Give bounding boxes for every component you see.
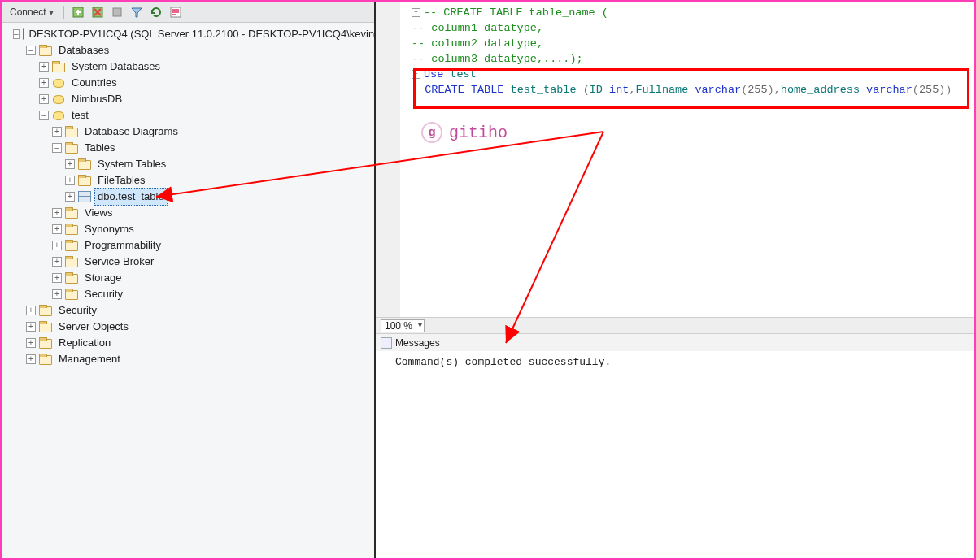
tree-management-node[interactable]: +Management <box>3 351 373 367</box>
expand-toggle[interactable]: + <box>26 306 36 315</box>
messages-tab[interactable]: Messages <box>376 333 974 351</box>
tree-security-node[interactable]: +Security <box>3 302 373 319</box>
expand-toggle[interactable]: + <box>52 127 62 137</box>
gitiho-logo: g gitiho <box>421 122 508 143</box>
svg-rect-2 <box>113 8 121 16</box>
expand-toggle[interactable]: – <box>26 46 36 55</box>
tree-label[interactable]: Countries <box>68 75 120 91</box>
tree-test-node[interactable]: –test <box>3 107 373 124</box>
object-explorer-toolbar: Connect <box>2 2 374 23</box>
tree-label[interactable]: System Tables <box>94 156 169 172</box>
folder-icon <box>65 126 78 137</box>
object-explorer-tree[interactable]: –DESKTOP-PV1ICQ4 (SQL Server 11.0.2100 -… <box>2 23 374 558</box>
tree-tables-node[interactable]: –Tables <box>3 140 373 156</box>
tree-label[interactable]: Storage <box>81 270 125 286</box>
code-col: Fullname <box>636 84 695 96</box>
tree-label[interactable]: Replication <box>55 335 114 351</box>
tree-server-node[interactable]: –DESKTOP-PV1ICQ4 (SQL Server 11.0.2100 -… <box>3 26 373 42</box>
expand-toggle[interactable]: + <box>26 338 36 348</box>
region-collapse-icon[interactable]: – <box>412 70 420 79</box>
tree-label[interactable]: test <box>68 107 92 124</box>
folder-icon <box>52 61 65 72</box>
expand-toggle[interactable]: + <box>52 273 62 283</box>
tree-label[interactable]: System Databases <box>68 59 163 75</box>
expand-toggle[interactable]: + <box>65 192 75 202</box>
expand-toggle[interactable]: + <box>52 224 62 234</box>
tree-label[interactable]: Databases <box>55 42 112 59</box>
filter-icon[interactable] <box>129 5 144 20</box>
tree-system-databases-node[interactable]: +System Databases <box>3 59 373 75</box>
folder-icon <box>78 158 91 170</box>
code-line: -- CREATE TABLE table_name ( <box>424 7 608 19</box>
expand-toggle[interactable]: – <box>52 143 62 153</box>
tree-security-inner-node[interactable]: +Security <box>3 286 373 302</box>
tree-synonyms-node[interactable]: +Synonyms <box>3 221 373 237</box>
expand-toggle[interactable]: – <box>39 111 49 120</box>
tree-database-diagrams-node[interactable]: +Database Diagrams <box>3 124 373 140</box>
tree-label[interactable]: Views <box>81 205 115 221</box>
toolbar-separator <box>63 6 64 19</box>
tree-server-objects-node[interactable]: +Server Objects <box>3 319 373 335</box>
tree-service-broker-node[interactable]: +Service Broker <box>3 254 373 270</box>
expand-toggle[interactable]: + <box>65 159 75 169</box>
expand-toggle[interactable]: + <box>39 62 49 72</box>
tree-label[interactable]: Database Diagrams <box>81 124 181 140</box>
tree-label[interactable]: Security <box>81 286 126 302</box>
script-icon[interactable] <box>168 5 183 20</box>
connect-button[interactable]: Connect <box>7 6 57 19</box>
folder-icon <box>65 256 78 267</box>
code-paren: ) <box>768 84 774 96</box>
expand-toggle[interactable]: + <box>52 257 62 267</box>
expand-toggle[interactable]: + <box>39 78 49 88</box>
expand-toggle[interactable]: + <box>65 176 75 185</box>
expand-toggle[interactable]: + <box>52 289 62 299</box>
tree-label[interactable]: DESKTOP-PV1ICQ4 (SQL Server 11.0.2100 - … <box>26 26 374 42</box>
sql-editor[interactable]: –-- CREATE TABLE table_name ( -- column1… <box>376 2 974 317</box>
folder-icon <box>39 337 52 349</box>
tree-countries-node[interactable]: +Countries <box>3 75 373 91</box>
messages-icon <box>381 337 392 349</box>
tree-dbo-test-table-node[interactable]: +dbo.test_table <box>3 189 373 205</box>
tree-programmability-node[interactable]: +Programmability <box>3 237 373 254</box>
code-col: home_address <box>781 84 866 96</box>
expand-toggle[interactable]: – <box>13 29 20 39</box>
tree-replication-node[interactable]: +Replication <box>3 335 373 351</box>
tree-label[interactable]: Management <box>55 351 124 367</box>
region-collapse-icon[interactable]: – <box>412 8 420 17</box>
refresh-icon[interactable] <box>149 5 163 20</box>
zoom-level-dropdown[interactable]: 100 % <box>381 319 425 332</box>
code-paren: ( <box>913 84 919 96</box>
tree-storage-node[interactable]: +Storage <box>3 270 373 286</box>
tree-databases-node[interactable]: –Databases <box>3 42 373 59</box>
tree-label[interactable]: Server Objects <box>55 319 132 335</box>
tree-label[interactable]: Security <box>55 302 100 319</box>
code-paren: ( <box>583 84 590 96</box>
folder-icon <box>39 305 52 316</box>
code-comma: , <box>774 84 781 96</box>
gitiho-badge-icon: g <box>421 122 442 143</box>
code-use-id: test <box>450 68 476 80</box>
stop-icon[interactable] <box>110 5 124 20</box>
tree-label[interactable]: Programmability <box>81 237 164 254</box>
connect-object-explorer-icon[interactable] <box>71 5 85 20</box>
code-create-kw: CREATE TABLE <box>425 84 510 96</box>
tree-views-node[interactable]: +Views <box>3 205 373 221</box>
expand-toggle[interactable]: + <box>52 208 62 218</box>
table-icon <box>78 191 91 202</box>
expand-toggle[interactable]: + <box>26 354 36 364</box>
tree-label[interactable]: NimbusDB <box>68 91 125 107</box>
tree-system-tables-node[interactable]: +System Tables <box>3 156 373 172</box>
code-col: ID <box>590 84 609 96</box>
tree-label[interactable]: Service Broker <box>81 254 157 270</box>
tree-filetables-node[interactable]: +FileTables <box>3 172 373 189</box>
expand-toggle[interactable]: + <box>26 322 36 332</box>
expand-toggle[interactable]: + <box>52 241 62 250</box>
expand-toggle[interactable]: + <box>39 94 49 104</box>
tree-label[interactable]: Tables <box>81 140 119 156</box>
tree-label[interactable]: dbo.test_table <box>94 188 168 206</box>
tree-label[interactable]: FileTables <box>94 172 149 189</box>
tree-nimbusdb-node[interactable]: +NimbusDB <box>3 91 373 107</box>
tree-label[interactable]: Synonyms <box>81 221 137 237</box>
folder-icon <box>65 207 78 219</box>
disconnect-icon[interactable] <box>90 5 105 20</box>
